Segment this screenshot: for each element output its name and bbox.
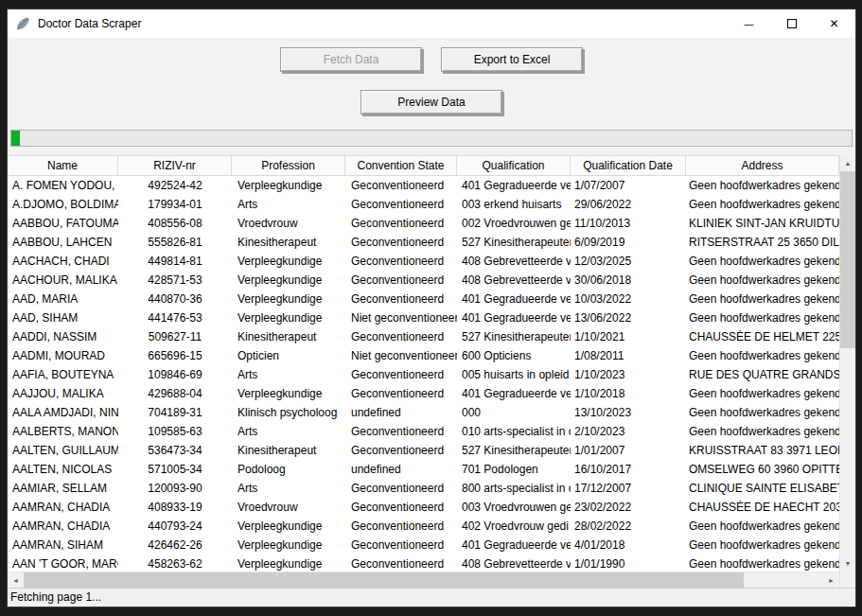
cell-profession: Verpleegkundige [232,311,345,325]
cell-riziv: 704189-31 [118,406,232,419]
cell-qualification-date: 28/02/2022 [571,519,686,533]
table-row[interactable]: AALBERTS, MANON 109585-63 Arts Geconvent… [8,422,839,441]
title-bar: Doctor Data Scraper — ✕ [8,9,855,38]
cell-riziv: 441476-53 [118,311,232,325]
scroll-up-icon[interactable]: ▲ [840,155,855,171]
table-row[interactable]: AADDI, NASSIM 509627-11 Kinesitherapeut … [8,327,839,346]
cell-profession: Vroedvrouw [232,501,345,514]
table-row[interactable]: AAJJOU, MALIKA 429688-04 Verpleegkundige… [8,384,839,403]
cell-name: AAN 'T GOOR, MARG [8,557,118,571]
column-header-profession[interactable]: Profession [232,156,345,175]
cell-address: Geen hoofdwerkadres gekend [686,519,839,533]
cell-qualification-date: 1/10/2023 [571,368,686,381]
scroll-left-icon[interactable]: ◄ [8,572,24,588]
cell-name: AACHACH, CHADI [8,255,118,268]
cell-riziv: 440793-24 [118,519,232,533]
cell-profession: Verpleegkundige [232,557,345,571]
cell-profession: Verpleegkundige [232,519,345,533]
table-grid: Name RIZIV-nr Profession Convention Stat… [8,155,839,588]
column-header-convention-state[interactable]: Convention State [345,156,457,175]
cell-convention-state: Niet geconventioneer [345,349,457,362]
close-button[interactable]: ✕ [813,9,855,38]
cell-name: AALTEN, GUILLAUME [8,444,118,457]
cell-name: AAD, SIHAM [8,311,118,325]
table-row[interactable]: AALTEN, NICOLAS 571005-34 Podoloog undef… [8,460,839,479]
cell-riziv: 428571-53 [118,273,232,287]
table-row[interactable]: AALTEN, GUILLAUME 536473-34 Kinesitherap… [8,441,839,460]
cell-riziv: 449814-81 [118,255,232,268]
cell-qualification-date: 30/06/2018 [571,273,686,287]
table-row[interactable]: AAMRAN, CHADIA 408933-19 Vroedvrouw Geco… [8,498,839,517]
cell-qualification: 527 Kinesitherapeuten [457,444,571,457]
column-header-name[interactable]: Name [8,156,118,175]
progress-bar-fill [11,131,20,146]
table-row[interactable]: AAD, MARIA 440870-36 Verpleegkundige Gec… [8,290,839,308]
export-to-excel-button[interactable]: Export to Excel [441,47,583,72]
maximize-button[interactable] [770,9,813,38]
cell-convention-state: Geconventioneerd [345,482,457,495]
table-row[interactable]: AABBOU, LAHCEN 555826-81 Kinesitherapeut… [8,233,839,252]
vertical-scroll-thumb[interactable] [840,171,855,348]
cell-address: CHAUSSÉE DE HELMET 225 10 [686,330,839,343]
cell-name: A.DJOMO, BOLDIMA [8,198,118,211]
cell-qualification-date: 11/10/2013 [571,217,686,230]
table-row[interactable]: AABBOU, FATOUMA 408556-08 Vroedvrouw Gec… [8,214,839,233]
horizontal-scroll-thumb[interactable] [24,572,744,588]
cell-profession: Verpleegkundige [232,179,345,192]
vertical-scrollbar[interactable]: ▲ ▼ [839,155,855,588]
cell-qualification: 002 Vroedvrouwen ge [457,217,571,230]
cell-address: Geen hoofdwerkadres gekend [686,255,839,268]
cell-qualification-date: 1/10/2018 [571,387,686,400]
cell-address: RUE DES QUATRE GRANDS 10 [686,368,839,381]
cell-address: Geen hoofdwerkadres gekend [686,292,839,306]
cell-qualification-date: 29/06/2022 [571,198,686,211]
cell-address: Geen hoofdwerkadres gekend [686,387,839,400]
cell-profession: Podoloog [232,463,345,476]
cell-name: AALA AMDJADI, NIN [8,406,118,419]
scroll-down-icon[interactable]: ▼ [840,555,855,572]
table-row[interactable]: AACHACH, CHADI 449814-81 Verpleegkundige… [8,252,839,271]
cell-convention-state: Geconventioneerd [345,292,457,306]
column-header-address[interactable]: Address [686,156,839,175]
table-row[interactable]: AADMI, MOURAD 665696-15 Opticien Niet ge… [8,346,839,365]
cell-qualification: 527 Kinesitherapeuten [457,236,571,249]
table-row[interactable]: AALA AMDJADI, NIN 704189-31 Klinisch psy… [8,403,839,422]
column-header-qualification[interactable]: Qualification [457,156,571,175]
table-row[interactable]: AACHOUR, MALIKA 428571-53 Verpleegkundig… [8,271,839,290]
table-row[interactable]: AAN 'T GOOR, MARG 458263-62 Verpleegkund… [8,554,839,572]
table-row[interactable]: AAMRAN, CHADIA 440793-24 Verpleegkundige… [8,517,839,536]
cell-qualification-date: 6/09/2019 [571,236,686,249]
cell-profession: Arts [232,368,345,381]
cell-address: CLINIQUE SAINTE ELISABETH [686,482,839,495]
cell-qualification-date: 1/01/1990 [571,557,686,571]
cell-name: AADMI, MOURAD [8,349,118,362]
preview-data-button[interactable]: Preview Data [361,90,502,114]
cell-convention-state: Geconventioneerd [345,557,457,571]
cell-name: AABBOU, FATOUMA [8,217,118,230]
cell-qualification: 005 huisarts in opleid [457,368,571,381]
horizontal-scrollbar[interactable]: ◄ ► [8,572,839,588]
cell-convention-state: undefined [345,463,457,476]
toolbar-row-1: Fetch Data Export to Excel [8,47,855,72]
table-row[interactable]: A. FOMEN YODOU, M 492524-42 Verpleegkund… [8,176,839,195]
table-row[interactable]: AAD, SIHAM 441476-53 Verpleegkundige Nie… [8,308,839,327]
vertical-scroll-track[interactable] [840,171,855,555]
cell-address: KRUISSTRAAT 83 3971 LEOPO [686,444,839,457]
scroll-right-icon[interactable]: ► [823,572,839,588]
cell-profession: Kinesitherapeut [232,444,345,457]
close-icon: ✕ [829,17,838,30]
horizontal-scroll-track[interactable] [24,572,823,588]
table-row[interactable]: A.DJOMO, BOLDIMA 179934-01 Arts Geconven… [8,195,839,214]
minimize-button[interactable]: — [728,9,770,38]
cell-riziv: 440870-36 [118,292,232,306]
column-header-riziv[interactable]: RIZIV-nr [118,156,232,175]
cell-profession: Kinesitherapeut [232,330,345,343]
fetch-data-button[interactable]: Fetch Data [280,47,422,72]
table-row[interactable]: AAFIA, BOUTEYNA 109846-69 Arts Geconvent… [8,365,839,384]
table-row[interactable]: AAMRAN, SIHAM 426462-26 Verpleegkundige … [8,536,839,554]
table-row[interactable]: AAMIAR, SELLAM 120093-90 Arts Geconventi… [8,479,839,498]
cell-riziv: 179934-01 [118,198,232,211]
column-header-qualification-date[interactable]: Qualification Date [571,156,686,175]
cell-address: Geen hoofdwerkadres gekend [686,557,839,571]
status-bar: Fetching page 1... [8,588,855,606]
